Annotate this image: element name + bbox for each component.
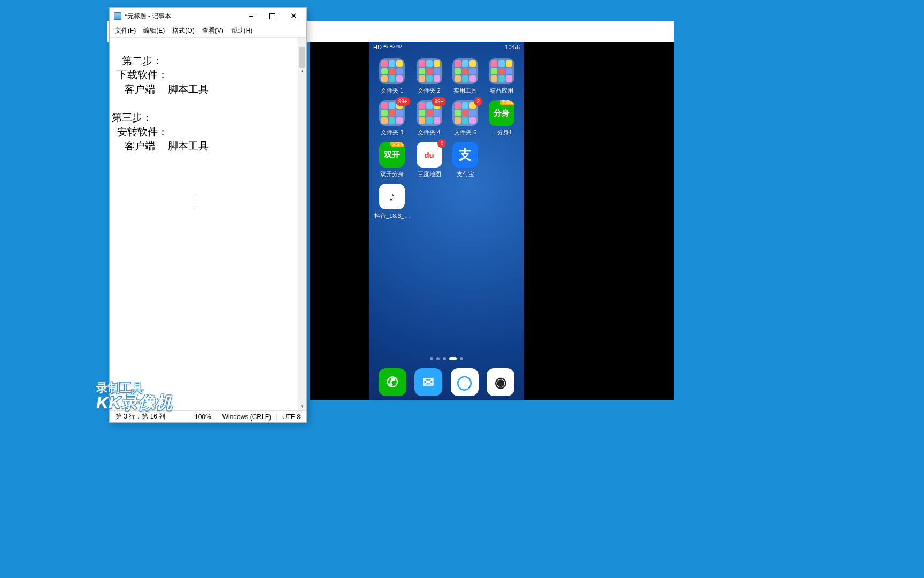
scroll-thumb[interactable] <box>299 47 305 68</box>
status-pos: 第 3 行，第 16 列 <box>110 412 189 421</box>
badge: 99+ <box>396 97 410 106</box>
app-label: 双开分身 <box>380 170 404 178</box>
phone-status-bar: HD ⁴ᴳ ⁴ᴳ ᴴᴰ 10:56 <box>369 42 524 52</box>
window-title: *无标题 - 记事本 <box>125 12 240 21</box>
dock-phone[interactable]: ✆ <box>379 368 406 396</box>
maximize-button[interactable] <box>261 9 283 23</box>
app-label: 文件夹 1 <box>381 87 403 95</box>
text-area[interactable]: 第二步： 下载软件： 客户端 脚本工具 第三步： 安转软件： 客户端 脚本工具 … <box>110 38 306 410</box>
watermark-line1: 录制工具 <box>96 382 172 394</box>
app-label: 文件夹 2 <box>418 87 440 95</box>
dock-camera[interactable]: ◉ <box>487 368 514 396</box>
status-enc: UTF-8 <box>277 413 306 421</box>
app-label: 支付宝 <box>457 170 474 178</box>
app-icon[interactable]: 99+文件夹 3 <box>374 100 410 136</box>
text-content: 第二步： 下载软件： 客户端 脚本工具 第三步： 安转软件： 客户端 脚本工具 <box>112 55 209 152</box>
app-label: …分身1 <box>491 128 512 136</box>
badge: 99+ <box>432 97 446 106</box>
app-icon[interactable]: 实用工具 <box>448 58 482 95</box>
status-eol: Windows (CRLF) <box>217 413 277 421</box>
app-label: 百度地图 <box>418 170 441 178</box>
app-icon[interactable]: 99+文件夹 4 <box>412 100 446 136</box>
app-icon[interactable]: 精品应用 <box>484 58 519 95</box>
statusbar: 第 3 行，第 16 列 100% Windows (CRLF) UTF-8 <box>110 410 306 422</box>
phone-mirror-panel: HD ⁴ᴳ ⁴ᴳ ᴴᴰ 10:56 文件夹 1文件夹 2实用工具精品应用99+文… <box>310 42 674 400</box>
menu-item[interactable]: 格式(O) <box>169 25 197 36</box>
close-button[interactable]: ✕ <box>283 9 304 23</box>
phone-screen: HD ⁴ᴳ ⁴ᴳ ᴴᴰ 10:56 文件夹 1文件夹 2实用工具精品应用99+文… <box>369 42 524 400</box>
app-label: 文件夹 3 <box>381 128 403 136</box>
status-zoom: 100% <box>189 413 217 421</box>
status-time: 10:56 <box>505 44 520 51</box>
status-left: HD ⁴ᴳ ⁴ᴳ ᴴᴰ <box>373 44 402 51</box>
menu-item[interactable]: 帮助(H) <box>228 25 256 36</box>
watermark-line2: KK录像机 <box>96 394 172 412</box>
minimize-button[interactable] <box>240 9 261 23</box>
app-label: 文件夹 4 <box>418 128 440 136</box>
notepad-icon <box>114 12 121 20</box>
phone-dock[interactable]: ✆✉◯◉ <box>369 368 524 396</box>
titlebar[interactable]: *无标题 - 记事本 ✕ <box>110 8 306 24</box>
app-icon[interactable]: 文件夹 2 <box>412 58 446 95</box>
menu-item[interactable]: 查看(V) <box>199 25 227 36</box>
badge: 2 <box>474 97 482 106</box>
app-icon[interactable]: 分身安全版…分身1 <box>484 100 519 136</box>
phone-home-grid[interactable]: 文件夹 1文件夹 2实用工具精品应用99+文件夹 399+文件夹 42文件夹 6… <box>369 52 524 220</box>
app-icon[interactable]: ♪抖音_18.6_… <box>374 184 410 220</box>
app-label: 抖音_18.6_… <box>374 212 410 220</box>
notepad-window[interactable]: *无标题 - 记事本 ✕ 文件(F)编辑(E)格式(O)查看(V)帮助(H) 第… <box>109 7 307 423</box>
badge: 9 <box>437 139 446 148</box>
app-label: 文件夹 6 <box>454 128 476 136</box>
app-icon[interactable]: du9百度地图 <box>412 142 446 178</box>
app-icon[interactable]: 支支付宝 <box>448 142 482 178</box>
app-label: 精品应用 <box>490 87 513 95</box>
app-icon[interactable]: 文件夹 1 <box>374 58 410 95</box>
scroll-down-icon[interactable]: ▾ <box>298 402 306 410</box>
app-label: 实用工具 <box>453 87 477 95</box>
app-icon[interactable]: 双开安全版双开分身 <box>374 142 410 178</box>
dock-browser[interactable]: ◯ <box>451 368 479 396</box>
menu-item[interactable]: 编辑(E) <box>140 25 168 36</box>
dock-messages[interactable]: ✉ <box>414 368 442 396</box>
app-icon[interactable]: 2文件夹 6 <box>448 100 482 136</box>
scrollbar[interactable]: ▴ ▾ <box>298 38 306 410</box>
menubar[interactable]: 文件(F)编辑(E)格式(O)查看(V)帮助(H) <box>110 24 306 38</box>
menu-item[interactable]: 文件(F) <box>112 25 139 36</box>
page-indicator <box>369 357 524 360</box>
watermark: 录制工具 KK录像机 <box>96 382 172 412</box>
